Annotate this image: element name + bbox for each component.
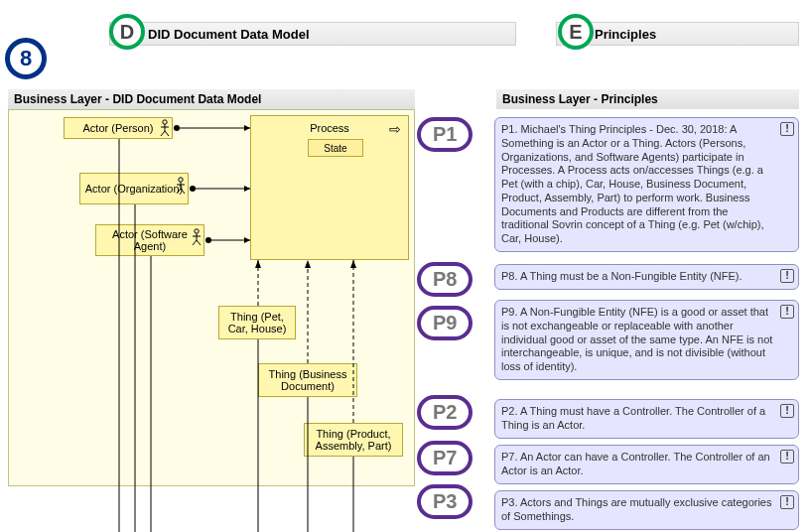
node-actor-person[interactable]: Actor (Person) <box>64 117 173 139</box>
svg-line-14 <box>197 240 201 245</box>
callout-badge-P3: P3 <box>417 484 473 519</box>
principle-text: P2. A Thing must have a Controller. The … <box>501 405 765 431</box>
principle-text: P3. Actors and Things are mutually exclu… <box>501 496 772 522</box>
svg-point-5 <box>179 178 183 182</box>
principle-box-p7[interactable]: P7. An Actor can have a Controller. The … <box>494 445 799 484</box>
actor-icon <box>191 228 203 246</box>
subsection-header-left: Business Layer - DID Document Data Model <box>8 89 415 109</box>
process-label: Process <box>310 122 349 134</box>
actor-icon <box>159 119 171 137</box>
principle-box-p8[interactable]: P8. A Thing must be a Non-Fungible Entit… <box>494 264 799 290</box>
node-state[interactable]: State <box>308 139 363 157</box>
callout-badge-D: D <box>109 14 145 50</box>
node-process[interactable]: Process <box>250 115 409 260</box>
callout-badge-P8: P8 <box>417 262 473 297</box>
principle-text: P1. Michael's Thing Principles - Dec. 30… <box>501 123 764 244</box>
svg-line-8 <box>177 189 181 194</box>
node-thing-pet-car-house[interactable]: Thing (Pet, Car, House) <box>218 306 296 339</box>
principle-box-p2[interactable]: P2. A Thing must have a Controller. The … <box>494 399 799 439</box>
principle-box-p9[interactable]: P9. A Non-Fungible Entity (NFE) is a goo… <box>494 300 799 380</box>
actor-icon <box>175 177 187 195</box>
node-actor-organization[interactable]: Actor (Organization) <box>79 173 189 204</box>
note-icon: ! <box>780 122 794 136</box>
svg-point-10 <box>195 229 199 233</box>
callout-badge-P7: P7 <box>417 441 473 475</box>
principle-box-p3[interactable]: P3. Actors and Things are mutually exclu… <box>494 490 799 530</box>
note-icon: ! <box>780 450 794 464</box>
subsection-header-right: Business Layer - Principles <box>496 89 799 109</box>
svg-line-3 <box>161 131 165 136</box>
svg-line-9 <box>181 189 185 194</box>
callout-badge-8: 8 <box>5 38 47 79</box>
callout-badge-P9: P9 <box>417 306 473 340</box>
principle-box-p1[interactable]: P1. Michael's Thing Principles - Dec. 30… <box>494 117 799 252</box>
principle-text: P9. A Non-Fungible Entity (NFE) is a goo… <box>501 306 772 372</box>
callout-badge-E: E <box>558 14 594 50</box>
svg-line-4 <box>165 131 169 136</box>
node-thing-product-assembly-part[interactable]: Thing (Product, Assembly, Part) <box>304 423 403 457</box>
note-icon: ! <box>780 305 794 319</box>
node-thing-business-document[interactable]: Thing (Business Document) <box>258 363 357 397</box>
svg-point-0 <box>163 120 167 124</box>
section-header-left: DID Document Data Model <box>109 22 516 46</box>
note-icon: ! <box>780 495 794 509</box>
note-icon: ! <box>780 269 794 283</box>
note-icon: ! <box>780 404 794 418</box>
process-arrow-icon: ⇨ <box>389 121 401 137</box>
node-actor-software-agent[interactable]: Actor (Software Agent) <box>95 224 204 256</box>
principle-text: P8. A Thing must be a Non-Fungible Entit… <box>501 270 743 282</box>
callout-badge-P1: P1 <box>417 117 473 152</box>
callout-badge-P2: P2 <box>417 395 473 430</box>
principle-text: P7. An Actor can have a Controller. The … <box>501 451 770 476</box>
svg-line-13 <box>193 240 197 245</box>
